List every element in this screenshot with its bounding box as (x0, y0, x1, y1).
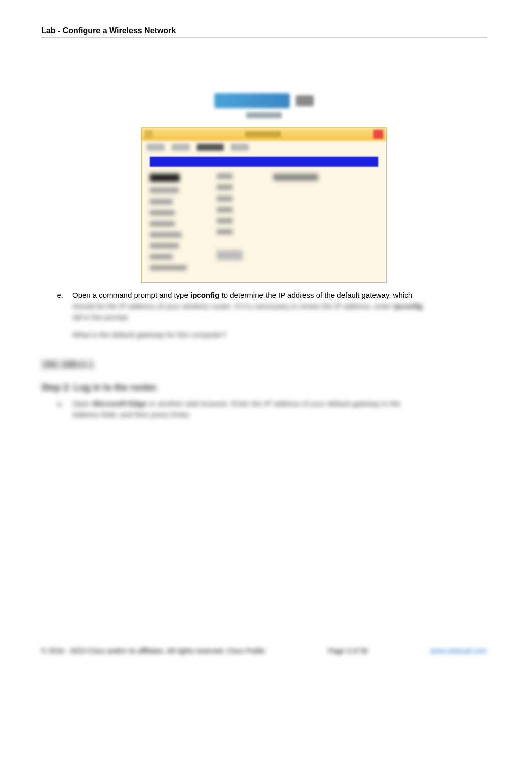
value (217, 218, 233, 223)
close-icon (373, 130, 383, 139)
label (150, 232, 182, 237)
titlebar-text (245, 131, 281, 137)
answer-block: 192.168.0.1 (41, 357, 487, 372)
value (217, 196, 233, 201)
obscured-question: What is the default gateway for this com… (72, 329, 487, 340)
text: to determine the IP address of the defau… (219, 291, 412, 299)
step-2-heading: Step 2: Log in to the router. (41, 381, 487, 394)
page-header: Lab - Configure a Wireless Network (41, 26, 487, 38)
value (217, 207, 233, 212)
step-2a: a. Open Microsoft Edge or another web br… (54, 398, 487, 420)
text: Open a command prompt and type (72, 291, 190, 299)
list-marker: a. (54, 398, 63, 420)
label (150, 210, 175, 215)
logo-row (141, 93, 387, 108)
titlebar (142, 128, 386, 141)
tab-item (231, 144, 249, 151)
checkbox (273, 174, 318, 181)
brand-logo (214, 93, 290, 108)
instruction-content: e. Open a command prompt and type ipconf… (41, 290, 487, 420)
titlebar-icon (145, 130, 153, 138)
value (217, 185, 233, 190)
value (217, 174, 233, 179)
label (150, 199, 173, 204)
label (150, 221, 175, 226)
tab-item (147, 144, 165, 151)
dialog-window (141, 127, 387, 283)
properties-panel (142, 171, 386, 282)
button (217, 250, 243, 260)
label (150, 265, 187, 270)
logo-caption (246, 112, 282, 118)
label (150, 254, 173, 259)
brand-badge (296, 95, 314, 106)
footer-copyright: © 2016 - 2023 Cisco and/or its affiliate… (41, 647, 265, 655)
footer-page: Page 3 of 30 (328, 647, 368, 655)
tab-item (172, 144, 190, 151)
tabs-row (142, 141, 386, 155)
tab-item-active (197, 144, 224, 151)
header-title: Lab - Configure a Wireless Network (41, 26, 176, 35)
value (217, 229, 233, 234)
page-footer: © 2016 - 2023 Cisco and/or its affiliate… (41, 647, 487, 655)
footer-link: www.netacad.com (430, 647, 487, 655)
obscured-text: should be the IP address of your wireles… (72, 301, 487, 323)
selection-bar (150, 157, 378, 167)
step-e: e. Open a command prompt and type ipconf… (54, 290, 487, 340)
router-screenshot (141, 93, 387, 283)
label (150, 243, 179, 248)
label (150, 174, 180, 182)
list-marker: e. (54, 290, 63, 340)
label (150, 188, 179, 193)
command: ipconfig (190, 291, 219, 299)
